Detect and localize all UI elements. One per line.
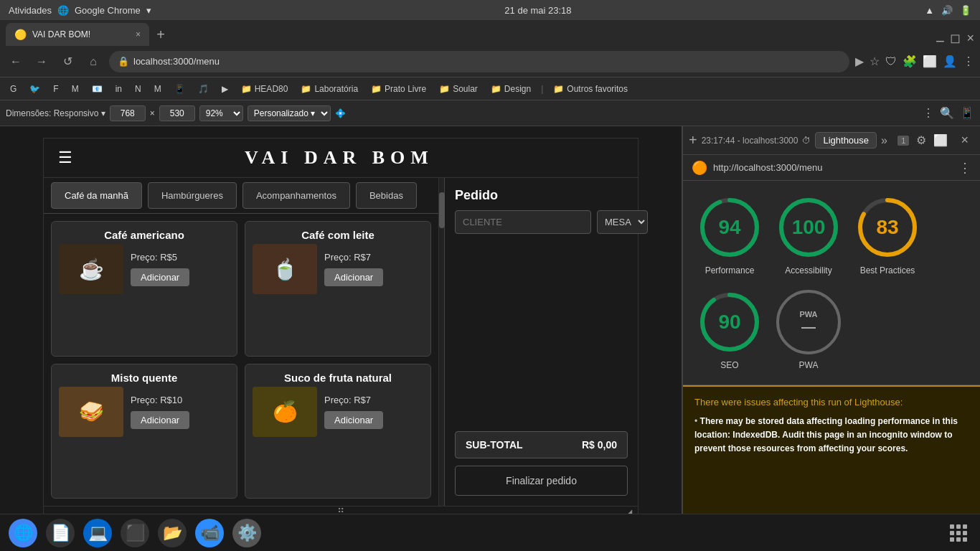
list-item: Café com leite 🍵 Preço: R$7 Adicionar — [245, 221, 431, 357]
bookmark-outlook[interactable]: 📧 — [88, 83, 107, 95]
address-input-box[interactable]: 🔒 localhost:3000/menu — [109, 51, 849, 72]
table-select[interactable]: MESA — [597, 210, 648, 234]
lighthouse-menu-button[interactable]: ⋮ — [958, 160, 971, 176]
taskbar: 🌐 📄 💻 ⬛ 📂 📹 ⚙️ — [0, 514, 980, 551]
os-app-chevron: ▾ — [146, 5, 151, 16]
bookmark-gmail[interactable]: M — [150, 83, 166, 95]
bookmark-outros[interactable]: 📁Outros favoritos — [549, 83, 632, 95]
zoom-select[interactable]: 92% 75% 100% — [199, 105, 243, 121]
extensions-icon[interactable]: 🧩 — [903, 55, 917, 68]
score-circle-accessibility: 100 — [776, 195, 841, 260]
star-icon[interactable]: ☆ — [870, 55, 880, 68]
hamburger-menu-icon[interactable]: ☰ — [58, 149, 72, 167]
touch-icon[interactable]: 💠 — [335, 108, 346, 118]
back-button[interactable]: ← — [6, 52, 26, 72]
activities-label[interactable]: Atividades — [9, 5, 52, 16]
browser-tab-active[interactable]: 🟡 VAI DAR BOM! × — [6, 23, 149, 46]
taskbar-vscode[interactable]: 💻 — [83, 519, 112, 547]
bookmark-m[interactable]: M — [67, 83, 83, 95]
item-price: Preço: R$7 — [324, 395, 383, 405]
taskbar-docs[interactable]: 📄 — [46, 519, 75, 547]
browser-toolbar-icons: ▶ ☆ 🛡 🧩 ⬜ 👤 ⋮ — [855, 55, 974, 68]
custom-select[interactable]: Personalizado ▾ — [248, 105, 331, 121]
add-item-button[interactable]: Adicionar — [131, 411, 189, 429]
taskbar-files[interactable]: 📂 — [158, 519, 187, 547]
bookmark-design[interactable]: 📁Design — [486, 83, 535, 95]
add-item-button[interactable]: Adicionar — [324, 411, 383, 429]
devtools-device-icon[interactable]: 📱 — [960, 106, 974, 120]
bookmark-lab[interactable]: 📁Laboratória — [296, 83, 362, 95]
tab-cafe-manha[interactable]: Café da manhã — [51, 182, 142, 209]
viewport-wrapper: ☰ VAI DAR BOM Café da manhã Hambúrgueres… — [43, 138, 639, 518]
bookmark-soular[interactable]: 📁Soular — [435, 83, 482, 95]
devtools-bar-icons: ⋮ 🔍 📱 — [923, 106, 974, 120]
taskbar-settings[interactable]: ⚙️ — [232, 519, 261, 547]
tab-close-button[interactable]: × — [136, 29, 141, 39]
bookmark-spotify[interactable]: 🎵 — [194, 83, 213, 95]
more-options-icon[interactable]: ⋮ — [923, 106, 934, 120]
tab-acompanhamentos[interactable]: Acompanhamentos — [242, 182, 350, 209]
cast-icon[interactable]: ▶ — [855, 55, 864, 68]
item-info: Preço: R$10 Adicionar — [131, 395, 189, 429]
devtools-panel: + 23:17:44 - localhost:3000 ⏱ Lighthouse… — [682, 126, 980, 551]
devtools-settings-icon[interactable]: ⚙ — [916, 133, 926, 147]
taskbar-app-grid[interactable] — [946, 520, 971, 546]
bookmark-separator: | — [541, 84, 543, 94]
lighthouse-tab[interactable]: Lighthouse — [815, 132, 877, 149]
bookmark-n[interactable]: N — [131, 83, 146, 95]
add-item-button[interactable]: Adicionar — [324, 268, 383, 286]
score-label-pwa: PWA — [799, 360, 819, 370]
taskbar-terminal[interactable]: ⬛ — [121, 519, 149, 547]
sidebar-icon[interactable]: ⬜ — [923, 55, 937, 68]
bookmark-g[interactable]: G — [6, 83, 21, 95]
bookmark-twitter[interactable]: 🐦 — [25, 83, 44, 95]
minimize-button[interactable]: ⎽ — [936, 31, 944, 46]
taskbar-chrome[interactable]: 🌐 — [9, 519, 37, 547]
more-icon[interactable]: ⋮ — [963, 55, 974, 68]
bookmark-f[interactable]: F — [49, 83, 62, 95]
taskbar-zoom[interactable]: 📹 — [195, 519, 224, 547]
chrome-window-controls: ⎽ ◻ × — [936, 30, 974, 46]
scrollbar-thumb[interactable] — [439, 192, 445, 228]
tab-bebidas[interactable]: Bebidas — [356, 182, 417, 209]
score-seo: 90 SEO — [697, 290, 762, 370]
devtools-add-button[interactable]: + — [689, 132, 697, 149]
new-tab-button[interactable]: + — [149, 23, 172, 46]
forward-button[interactable]: → — [32, 52, 52, 72]
tab-hamburgueres[interactable]: Hambúrgueres — [148, 182, 237, 209]
item-price: Preço: R$7 — [324, 252, 383, 263]
menu-scrollbar — [438, 178, 444, 506]
order-title: Pedido — [455, 188, 628, 203]
profile-icon[interactable]: 👤 — [943, 55, 957, 68]
finalize-order-button[interactable]: Finalizar pedido — [455, 466, 628, 496]
devtools-inspect-icon[interactable]: 🔍 — [940, 106, 954, 120]
bookmark-li[interactable]: in — [111, 83, 126, 95]
pwa-icon: PWA — [799, 310, 817, 319]
add-item-button[interactable]: Adicionar — [131, 268, 189, 286]
adblock-icon[interactable]: 🛡 — [885, 55, 897, 68]
score-circle-pwa: PWA — — [776, 290, 841, 354]
home-button[interactable]: ⌂ — [83, 52, 103, 72]
devtools-close-button[interactable]: × — [955, 130, 974, 151]
os-app-name: Google Chrome — [75, 5, 141, 16]
list-item: Café americano ☕ Preço: R$5 Adicionar — [51, 221, 237, 357]
close-window-button[interactable]: × — [966, 31, 974, 46]
client-input[interactable] — [455, 210, 591, 234]
viewport-height-input[interactable] — [159, 105, 195, 121]
viewport-width-input[interactable] — [110, 105, 146, 121]
address-bar: ← → ↺ ⌂ 🔒 localhost:3000/menu ▶ ☆ 🛡 🧩 ⬜ … — [0, 46, 980, 77]
bookmark-head80[interactable]: 📁HEAD80 — [237, 83, 293, 95]
devtools-sidebar-icon[interactable]: ⬜ — [933, 133, 948, 147]
maximize-button[interactable]: ◻ — [950, 30, 961, 46]
devtools-header: + 23:17:44 - localhost:3000 ⏱ Lighthouse… — [683, 126, 980, 155]
bookmark-yt[interactable]: ▶ — [217, 83, 232, 95]
bookmark-whatsapp[interactable]: 📱 — [170, 83, 189, 95]
score-label-performance: Performance — [705, 265, 755, 276]
item-info: Preço: R$7 Adicionar — [324, 252, 383, 286]
reload-button[interactable]: ↺ — [57, 52, 77, 72]
bookmark-pratolivre[interactable]: 📁Prato Livre — [367, 83, 430, 95]
score-accessibility: 100 Accessibility — [776, 195, 841, 276]
pwa-dash: — — [801, 319, 816, 335]
grid-dot — [956, 531, 961, 535]
devtools-more-tabs[interactable]: » — [881, 134, 887, 147]
